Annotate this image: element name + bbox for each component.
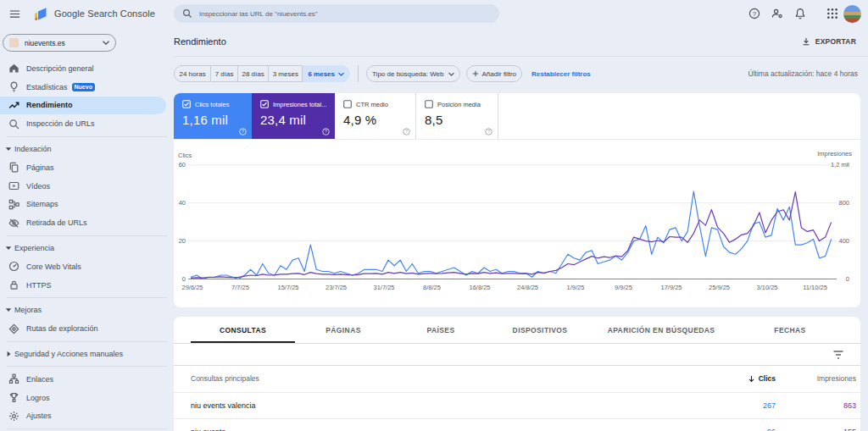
metric-tile-2[interactable]: CTR medio 4,9 %?	[335, 93, 416, 139]
date-range-6-meses[interactable]: 6 meses	[303, 65, 350, 82]
bulb-icon	[8, 81, 19, 92]
col-clics[interactable]: Clics	[674, 374, 776, 383]
sidebar-item[interactable]: Logros	[0, 389, 174, 407]
apps-grid-icon[interactable]	[826, 8, 838, 19]
search-type-chip[interactable]: Tipo de búsqueda: Web	[366, 65, 460, 82]
help-circle-icon[interactable]: ?	[485, 128, 492, 135]
help-circle-icon[interactable]: ?	[322, 128, 330, 135]
date-range-28-días[interactable]: 28 días	[238, 65, 269, 82]
lock-icon	[8, 279, 19, 290]
property-selector[interactable]: niuevents.es	[3, 34, 116, 52]
separator	[358, 65, 359, 82]
help-circle-icon[interactable]: ?	[403, 128, 410, 135]
sidebar-item[interactable]: Rutas de exploración	[0, 319, 174, 338]
tab-aparición-en-búsquedas[interactable]: APARICIÓN EN BÚSQUEDAS	[590, 317, 732, 343]
svg-text:?: ?	[487, 129, 490, 134]
sidebar-item[interactable]: Descripción general	[0, 59, 174, 78]
filter-list-icon[interactable]	[833, 351, 843, 359]
table-header: Consultas principales Clics Impresiones	[174, 366, 860, 393]
help-icon[interactable]: ?	[748, 8, 760, 19]
svg-text:40: 40	[179, 199, 186, 207]
metric-tile-3[interactable]: Posición media 8,5?	[416, 93, 498, 139]
metric-value: 23,4 mil	[260, 113, 335, 127]
svg-text:?: ?	[753, 10, 757, 18]
date-range-selector: 24 horas7 días28 días3 meses6 meses	[174, 65, 350, 82]
table-body: niu events valencia 267 863 niu events 9…	[174, 393, 860, 431]
svg-text:800: 800	[838, 199, 849, 207]
tab-consultas[interactable]: CONSULTAS	[191, 317, 295, 343]
tab-dispositivos[interactable]: DISPOSITIVOS	[490, 317, 590, 343]
sidebar-section-4[interactable]: Seguridad y Acciones manuales	[0, 345, 174, 363]
metric-tile-0[interactable]: Clics totales 1,16 mil?	[174, 93, 252, 139]
sidebar-item[interactable]: Inspección de URLs	[0, 114, 174, 133]
svg-text:9/9/25: 9/9/25	[615, 284, 632, 291]
download-icon	[802, 37, 810, 46]
date-range-7-días[interactable]: 7 días	[211, 65, 238, 82]
sidebar-item[interactable]: Páginas	[0, 158, 174, 177]
menu-icon[interactable]	[8, 8, 21, 20]
table-row[interactable]: niu events 96 155	[174, 419, 860, 431]
sitemap-icon	[8, 199, 19, 210]
sidebar-item[interactable]: Retirada de URLs	[0, 213, 174, 232]
sidebar-item[interactable]: Enlaces	[0, 370, 174, 389]
date-range-24-horas[interactable]: 24 horas	[174, 65, 211, 82]
svg-text:7/7/25: 7/7/25	[231, 284, 249, 291]
svg-text:1,2 mil: 1,2 mil	[831, 161, 849, 169]
sidebar-item[interactable]: Vídeos	[0, 177, 174, 196]
col-queries[interactable]: Consultas principales	[191, 374, 674, 383]
caret-down	[5, 146, 12, 152]
tab-fechas[interactable]: FECHAS	[732, 317, 848, 343]
checkbox-icon	[425, 100, 433, 108]
sidebar-section-2[interactable]: Experiencia	[0, 239, 174, 257]
topbar: Google Search Console Inspeccionar las U…	[0, 0, 868, 27]
svg-text:8/8/25: 8/8/25	[423, 284, 441, 291]
export-button[interactable]: EXPORTAR	[802, 37, 856, 46]
checkbox-icon	[343, 100, 352, 108]
eye-off-icon	[8, 218, 19, 229]
filter-row: 24 horas7 días28 días3 meses6 meses Tipo…	[174, 65, 868, 82]
metric-tile-1[interactable]: Impresiones total... 23,4 mil?	[252, 93, 335, 139]
avatar[interactable]	[843, 5, 861, 23]
gauge-icon	[8, 261, 19, 272]
page-title: Rendimiento	[174, 36, 226, 47]
svg-text:15/7/25: 15/7/25	[277, 284, 298, 291]
sidebar-item[interactable]: Sitemaps	[0, 196, 174, 214]
table-row[interactable]: niu events valencia 267 863	[174, 393, 860, 420]
help-circle-icon[interactable]: ?	[239, 128, 247, 135]
title-row: Rendimiento EXPORTAR	[174, 27, 868, 57]
trophy-icon	[8, 392, 19, 403]
sidebar-item[interactable]: Core Web Vitals	[0, 257, 174, 276]
checkbox-icon	[182, 100, 191, 108]
url-inspection-search[interactable]: Inspeccionar las URL de "niuevents.es"	[174, 4, 499, 23]
sidebar-divider	[7, 297, 167, 298]
performance-line-chart: 002040040800601,2 milClicsImpresiones29/…	[174, 140, 860, 307]
sidebar-item[interactable]: Estadísticas Nuevo	[0, 78, 174, 97]
svg-text:31/7/25: 31/7/25	[373, 284, 394, 291]
svg-text:16/8/25: 16/8/25	[469, 284, 490, 291]
last-update: Última actualización: hace 4 horas	[748, 69, 858, 78]
add-filter-chip[interactable]: Añadir filtro	[466, 65, 522, 82]
svg-text:3/10/25: 3/10/25	[756, 284, 777, 291]
sidebar-divider	[7, 235, 167, 236]
metric-value: 1,16 mil	[182, 113, 252, 127]
metric-value: 8,5	[425, 113, 498, 127]
tab-páginas[interactable]: PÁGINAS	[295, 317, 392, 343]
svg-text:60: 60	[179, 161, 186, 169]
sidebar-section-3[interactable]: Mejoras	[0, 301, 174, 320]
sidebar-item[interactable]: HTTPS	[0, 276, 174, 295]
reset-filters-link[interactable]: Restablecer filtros	[531, 70, 591, 78]
manage-accounts-icon[interactable]	[771, 8, 783, 19]
col-impressions[interactable]: Impresiones	[776, 374, 856, 383]
svg-text:11/10/25: 11/10/25	[803, 284, 827, 291]
tab-países[interactable]: PAÍSES	[392, 317, 490, 343]
metric-value: 4,9 %	[343, 113, 415, 127]
home-icon	[8, 63, 19, 74]
sidebar-section-1[interactable]: Indexación	[0, 140, 174, 158]
main: Rendimiento EXPORTAR 24 horas7 días28 dí…	[174, 27, 868, 431]
sidebar-item[interactable]: Rendimiento	[0, 97, 166, 115]
sidebar-item[interactable]: Ajustes	[0, 407, 174, 426]
queries-table-card: CONSULTASPÁGINASPAÍSESDISPOSITIVOSAPARIC…	[174, 317, 860, 431]
date-range-3-meses[interactable]: 3 meses	[269, 65, 303, 82]
notifications-icon[interactable]	[794, 8, 806, 19]
pages-icon	[8, 162, 19, 173]
